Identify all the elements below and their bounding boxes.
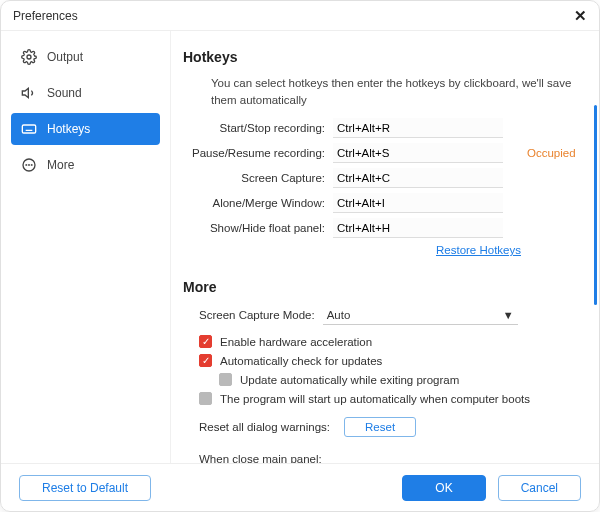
hotkey-row-screen-capture: Screen Capture: bbox=[183, 168, 579, 188]
sidebar-item-label: Sound bbox=[47, 86, 82, 100]
sidebar-item-label: More bbox=[47, 158, 74, 172]
svg-point-4 bbox=[26, 165, 27, 166]
close-panel-label: When close main panel: bbox=[199, 453, 579, 463]
auto-update-label: Automatically check for updates bbox=[220, 355, 382, 367]
cancel-button[interactable]: Cancel bbox=[498, 475, 581, 501]
sidebar-item-output[interactable]: Output bbox=[11, 41, 160, 73]
sidebar-item-more[interactable]: More bbox=[11, 149, 160, 181]
hotkey-input-start-stop[interactable] bbox=[333, 118, 503, 138]
capture-mode-row: Screen Capture Mode: Auto ▼ bbox=[199, 305, 579, 325]
hotkey-row-start-stop: Start/Stop recording: bbox=[183, 118, 579, 138]
window-title: Preferences bbox=[13, 9, 78, 23]
hotkeys-heading: Hotkeys bbox=[183, 49, 579, 65]
sidebar-item-hotkeys[interactable]: Hotkeys bbox=[11, 113, 160, 145]
checkbox-icon[interactable] bbox=[199, 335, 212, 348]
hotkey-status: Occupied bbox=[527, 147, 576, 159]
capture-mode-value: Auto bbox=[327, 309, 351, 321]
reset-warnings-button[interactable]: Reset bbox=[344, 417, 416, 437]
hotkeys-description: You can select hotkeys then enter the ho… bbox=[183, 75, 579, 118]
startup-row[interactable]: The program will start up automatically … bbox=[199, 392, 579, 405]
hw-accel-row[interactable]: Enable hardware acceleration bbox=[199, 335, 579, 348]
hotkey-input-merge-window[interactable] bbox=[333, 193, 503, 213]
scrollbar-thumb[interactable] bbox=[594, 105, 597, 305]
ok-button[interactable]: OK bbox=[402, 475, 485, 501]
svg-point-0 bbox=[27, 55, 31, 59]
startup-label: The program will start up automatically … bbox=[220, 393, 530, 405]
footer: Reset to Default OK Cancel bbox=[1, 463, 599, 511]
titlebar: Preferences ✕ bbox=[1, 1, 599, 31]
sound-icon bbox=[21, 85, 37, 101]
reset-default-button[interactable]: Reset to Default bbox=[19, 475, 151, 501]
auto-update-exit-label: Update automatically while exiting progr… bbox=[240, 374, 459, 386]
sidebar-item-sound[interactable]: Sound bbox=[11, 77, 160, 109]
hotkey-label: Alone/Merge Window: bbox=[183, 197, 333, 209]
reset-warnings-row: Reset all dialog warnings: Reset bbox=[199, 417, 579, 437]
content-pane: Hotkeys You can select hotkeys then ente… bbox=[171, 31, 599, 463]
hotkey-label: Screen Capture: bbox=[183, 172, 333, 184]
more-icon bbox=[21, 157, 37, 173]
hotkey-input-screen-capture[interactable] bbox=[333, 168, 503, 188]
hotkey-label: Show/Hide float panel: bbox=[183, 222, 333, 234]
capture-mode-label: Screen Capture Mode: bbox=[199, 309, 315, 321]
reset-warnings-label: Reset all dialog warnings: bbox=[199, 421, 330, 433]
checkbox-icon[interactable] bbox=[199, 354, 212, 367]
sidebar-item-label: Output bbox=[47, 50, 83, 64]
svg-marker-1 bbox=[22, 88, 28, 97]
hw-accel-label: Enable hardware acceleration bbox=[220, 336, 372, 348]
hotkey-row-merge-window: Alone/Merge Window: bbox=[183, 193, 579, 213]
auto-update-row[interactable]: Automatically check for updates bbox=[199, 354, 579, 367]
checkbox-icon[interactable] bbox=[199, 392, 212, 405]
hotkey-label: Pause/Resume recording: bbox=[183, 147, 333, 159]
svg-point-5 bbox=[29, 165, 30, 166]
svg-point-6 bbox=[31, 165, 32, 166]
svg-rect-2 bbox=[22, 125, 35, 133]
capture-mode-select[interactable]: Auto ▼ bbox=[323, 305, 518, 325]
hotkey-input-pause-resume[interactable] bbox=[333, 143, 503, 163]
preferences-window: Preferences ✕ Output Sound Hotkeys bbox=[0, 0, 600, 512]
gear-icon bbox=[21, 49, 37, 65]
more-heading: More bbox=[183, 279, 579, 295]
checkbox-icon[interactable] bbox=[219, 373, 232, 386]
keyboard-icon bbox=[21, 121, 37, 137]
close-icon[interactable]: ✕ bbox=[574, 7, 587, 25]
hotkey-label: Start/Stop recording: bbox=[183, 122, 333, 134]
restore-hotkeys-link[interactable]: Restore Hotkeys bbox=[436, 244, 521, 256]
hotkey-input-float-panel[interactable] bbox=[333, 218, 503, 238]
sidebar: Output Sound Hotkeys More bbox=[1, 31, 171, 463]
hotkey-row-float-panel: Show/Hide float panel: bbox=[183, 218, 579, 238]
chevron-down-icon: ▼ bbox=[503, 309, 514, 321]
sidebar-item-label: Hotkeys bbox=[47, 122, 90, 136]
auto-update-exit-row[interactable]: Update automatically while exiting progr… bbox=[219, 373, 579, 386]
hotkey-row-pause-resume: Pause/Resume recording: Occupied bbox=[183, 143, 579, 163]
